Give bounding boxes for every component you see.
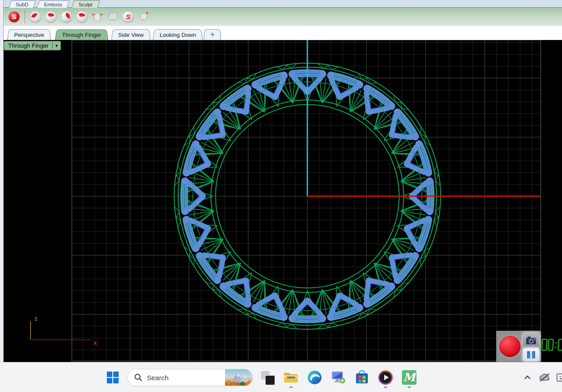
brush-rotate-icon[interactable] [44,10,58,24]
store-bag-icon [355,370,369,385]
search-icon [134,373,142,382]
sculpt-main-icon[interactable]: S [7,10,21,24]
touch-keyboard-icon[interactable] [553,368,562,387]
brush-flatten-icon[interactable] [60,10,73,24]
brush-sphere-icon [45,11,56,22]
weather-widget-image[interactable] [225,369,252,386]
onedrive-offline-icon[interactable] [536,368,554,387]
brush-pull-icon[interactable] [29,10,42,24]
hidden-icons-chevron[interactable] [518,368,537,387]
taskbar-matrixgold-icon[interactable]: M [400,368,418,387]
viewport-tab-bar: PerspectiveThrough FingerSide ViewLookin… [4,26,562,40]
brush-smudge-icon[interactable] [75,10,89,24]
gizmo-z-label: z [35,315,38,322]
pinch-tool-icon[interactable] [90,10,104,24]
ribbon-tab-label: Sculpt [79,2,93,7]
ribbon-tab-sculpt[interactable]: Sculpt [71,0,100,8]
viewport-tab-label: Side View [118,31,144,38]
folder-icon [283,371,299,384]
ribbon-tab-label: Emboss [44,2,62,7]
gizmo-x-label: x [94,339,97,346]
viewport-tab-label: Through Finger [61,31,101,38]
viewport-tab-looking-down[interactable]: Looking Down [153,30,203,40]
viewport-tab-perspective[interactable]: Perspective [7,30,51,40]
brush-sphere-icon [76,11,87,22]
ribbon-tab-label: SubD [16,2,29,7]
chevron-down-icon[interactable]: ▼ [55,44,59,48]
taskbar-center-icons: Search M [104,362,418,392]
spiral-sphere-icon: S [123,11,134,22]
taskbar-file-explorer-icon[interactable] [282,368,300,387]
ribbon-tab-subd[interactable]: SubD [9,0,35,8]
window-left-border [0,0,4,362]
ring-wireframe-scene: zx [0,40,562,362]
screen-recorder-panel [496,331,541,362]
play-circle-icon [378,370,393,385]
pause-icon [532,351,535,358]
ribbon-tab-emboss[interactable]: Emboss [37,0,69,8]
taskbar-remote-desktop-icon[interactable] [329,368,347,387]
windows-logo-icon [107,372,119,383]
blob-icon [107,11,119,23]
recording-timer [542,338,562,354]
red-sphere-icon: S [9,11,20,22]
brush-sphere-icon [30,11,41,22]
sculpt-toolbar: SS [4,7,562,26]
camera-icon [525,335,537,345]
edge-swirl-icon [307,370,322,385]
viewport-title: Through Finger [8,42,49,49]
taskbar-edge-icon[interactable] [306,368,324,387]
grab-tool-icon[interactable] [137,10,151,24]
taskbar-microsoft-store-icon[interactable] [353,368,371,387]
running-indicator [408,387,411,388]
remote-pc-icon [331,370,346,385]
viewport-tab-through-finger[interactable]: Through Finger [55,30,108,40]
taskbar: Search M [0,362,562,392]
running-indicator [290,387,293,388]
spiral-tool-icon[interactable]: S [121,10,135,24]
search-box[interactable]: Search [127,369,253,386]
drop-icon [91,10,104,23]
search-placeholder: Search [147,374,169,382]
viewport-title-dropdown[interactable]: Through Finger ▼ [4,41,61,50]
dropdown-divider [52,42,53,49]
camera-snapshot-button[interactable] [523,333,539,347]
brush-sphere-icon [61,11,72,22]
viewport-tab-label: Perspective [14,31,44,38]
record-button[interactable] [499,336,521,357]
matrixgold-m-icon: M [402,370,416,385]
blob-tool-icon[interactable] [106,10,120,24]
taskbar-media-player-icon[interactable] [376,368,395,387]
app-window: SubDEmbossSculpt SS PerspectiveThrough F… [0,0,562,392]
viewport-tab-add[interactable]: ✚ [204,30,221,40]
running-indicator [384,387,387,388]
viewport-tab-side-view[interactable]: Side View [111,30,151,40]
start-button[interactable] [104,368,122,387]
blob-flag-icon [137,10,150,23]
task-view-squares-icon [259,369,276,386]
toolbar-separator [25,10,25,23]
ribbon-tab-bar: SubDEmbossSculpt [4,0,562,8]
pause-button[interactable] [523,348,539,361]
viewport-tab-label: ✚ [210,32,215,38]
pause-icon [527,351,530,358]
viewport-tab-label: Looking Down [160,31,197,38]
taskbar-task-view-icon[interactable] [258,368,276,387]
viewport[interactable]: zx Through Finger ▼ [0,40,562,363]
